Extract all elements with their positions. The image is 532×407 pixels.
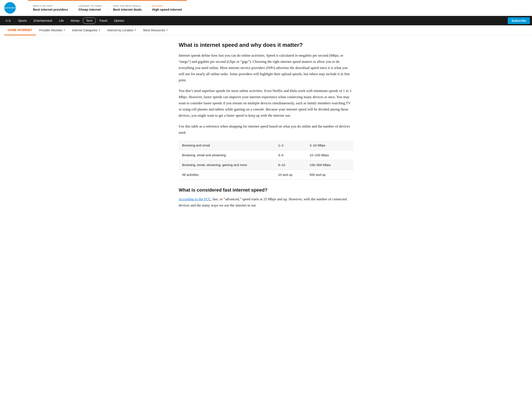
article-para-2: You don’t need superfast speeds for most…	[179, 88, 353, 118]
fcc-link[interactable]: According to the FCC	[179, 197, 211, 201]
main-nav: U.S. Sports Entertainment Life Money Tec…	[0, 16, 532, 25]
table-cell-devices: 3–5	[275, 150, 306, 160]
nav-opinion[interactable]: Opinion	[111, 16, 127, 25]
table-cell-activity: Browsing, email, streaming, gaming and m…	[179, 160, 275, 170]
nav-life[interactable]: Life	[56, 16, 67, 25]
sec-nav-home-internet[interactable]: HOME INTERNET	[4, 25, 36, 35]
top-link-label-4: GO FAST	[152, 5, 182, 7]
table-row: Browsing, email, streaming, gaming and m…	[179, 160, 353, 170]
top-link-title-2: Cheap internet	[78, 8, 103, 11]
top-link-title-4: High speed internet	[152, 8, 182, 11]
speed-table: Browsing and email1–23–10 MbpsBrowsing, …	[179, 141, 353, 180]
top-link-label-2: LOOKING TO SAVE?	[78, 5, 103, 7]
table-cell-devices: 6–10	[275, 160, 306, 170]
usa-today-logo: USATODAY	[4, 2, 16, 14]
sec-nav-internet-by-location[interactable]: Internet by Location ▼	[104, 25, 140, 35]
chevron-down-icon-3: ▼	[134, 29, 136, 31]
nav-travel[interactable]: Travel	[96, 16, 111, 25]
article-para-4: According to the FCC, fast, or “advanced…	[179, 196, 353, 209]
logo-area[interactable]: USATODAY	[0, 0, 28, 16]
article-para-1: Internet speeds define how fast you can …	[179, 53, 353, 83]
sec-nav-more-resources[interactable]: More Resources ▼	[140, 25, 172, 35]
table-cell-devices: 10 and up	[275, 170, 306, 180]
top-link-title-1: Best internet providers	[33, 8, 68, 11]
top-link-label-3: FIND THE BEST DEALS	[113, 5, 142, 7]
top-link-3[interactable]: FIND THE BEST DEALS Best internet deals	[108, 0, 147, 16]
table-cell-speed: 3–10 Mbps	[306, 141, 353, 150]
table-row: All activities10 and up500 and up	[179, 170, 353, 180]
nav-us[interactable]: U.S.	[2, 16, 15, 25]
top-link-2[interactable]: LOOKING TO SAVE? Cheap internet	[73, 0, 108, 16]
table-cell-activity: Browsing and email	[179, 141, 275, 150]
article-content: What is internet speed and why does it m…	[175, 35, 357, 222]
top-link-title-3: Best internet deals	[113, 8, 142, 11]
table-cell-speed: 10–100 Mbps	[306, 150, 353, 160]
top-bar: USATODAY WHO'S ON TOP? Best internet pro…	[0, 0, 532, 16]
article-para-3: Use this table as a reference when shopp…	[179, 124, 353, 136]
top-link-label-1: WHO'S ON TOP?	[33, 5, 68, 7]
nav-money[interactable]: Money	[67, 16, 83, 25]
chevron-down-icon-1: ▼	[63, 29, 65, 31]
table-row: Browsing, email and streaming3–510–100 M…	[179, 150, 353, 160]
top-link-4[interactable]: GO FAST High speed internet	[147, 0, 187, 16]
subscribe-button[interactable]: Subscribe	[508, 17, 530, 24]
table-cell-activity: All activities	[179, 170, 275, 180]
article-heading-1: What is internet speed and why does it m…	[179, 42, 353, 48]
article-heading-2: What is considered fast internet speed?	[179, 187, 353, 193]
sec-nav-internet-categories[interactable]: Internet Categories ▼	[69, 25, 104, 35]
secondary-nav: HOME INTERNET Provider Reviews ▼ Interne…	[0, 25, 532, 35]
nav-sports[interactable]: Sports	[15, 16, 30, 25]
sec-nav-provider-reviews[interactable]: Provider Reviews ▼	[36, 25, 69, 35]
chevron-down-icon-4: ▼	[166, 29, 168, 31]
table-cell-devices: 1–2	[275, 141, 306, 150]
table-cell-activity: Browsing, email and streaming	[179, 150, 275, 160]
nav-entertainment[interactable]: Entertainment	[30, 16, 56, 25]
table-cell-speed: 100–500 Mbps	[306, 160, 353, 170]
chevron-down-icon-2: ▼	[98, 29, 101, 31]
table-row: Browsing and email1–23–10 Mbps	[179, 141, 353, 150]
top-links: WHO'S ON TOP? Best internet providers LO…	[28, 0, 532, 16]
table-cell-speed: 500 and up	[306, 170, 353, 180]
nav-tech[interactable]: Tech	[83, 17, 96, 24]
top-link-1[interactable]: WHO'S ON TOP? Best internet providers	[28, 0, 73, 16]
